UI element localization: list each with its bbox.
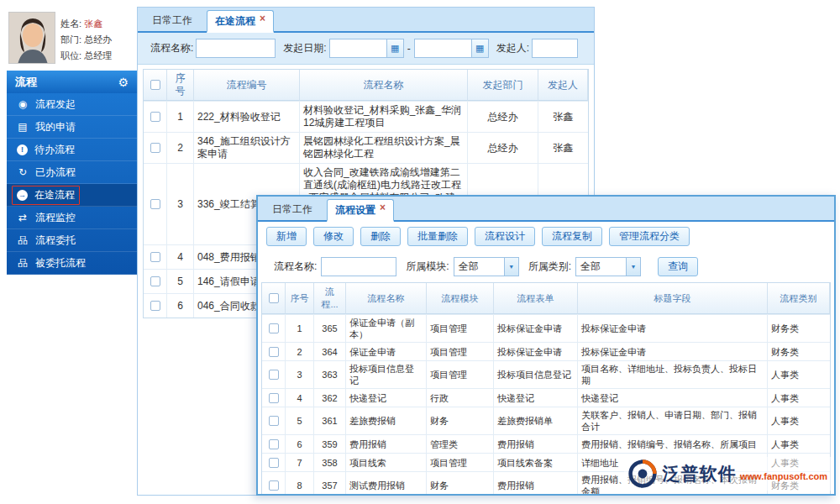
process-row[interactable]: 1 222_材料验收登记 材料验收登记_材料采购_张鑫_华润12城房建工程项目 …: [144, 101, 588, 132]
sidebar-menu-item[interactable]: ! 待办流程: [7, 139, 137, 161]
sidebar-menu-item[interactable]: ▤ 我的申请: [7, 116, 137, 139]
cell-title-fields: 关联客户、报销人、申请日期、部门、报销合计: [578, 407, 768, 434]
cell-seq: 1: [286, 315, 314, 342]
row-checkbox[interactable]: [269, 347, 279, 357]
col-process-category: 流程类别: [768, 283, 830, 314]
row-checkbox[interactable]: [150, 112, 160, 122]
process-name-input[interactable]: [196, 39, 276, 58]
module-select[interactable]: 全部 ▼: [454, 257, 519, 276]
toolbar-button[interactable]: 删除: [360, 227, 401, 246]
checkbox-cell: [262, 315, 286, 342]
table-header-row: 序号 流程... 流程名称 流程模块 流程表单 标题字段 流程类别: [262, 283, 830, 314]
row-checkbox[interactable]: [150, 301, 160, 311]
row-checkbox[interactable]: [269, 416, 279, 426]
row-checkbox[interactable]: [269, 439, 279, 449]
select-all-checkbox[interactable]: [150, 80, 160, 90]
menu-item-box: ▤ 我的申请: [12, 118, 81, 137]
col-process-code: 流程编号: [194, 70, 300, 101]
flow-config-row[interactable]: 6 359 费用报销 管理类 费用报销 费用报销、报销编号、报销名称、所属项目 …: [262, 434, 830, 453]
row-checkbox[interactable]: [150, 276, 160, 286]
tab[interactable]: 日常工作: [144, 10, 204, 31]
process-row[interactable]: 2 346_施工组织设计方案申请 晨铭园林绿化工程组织设计方案_晨铭园林绿化工程…: [144, 132, 588, 163]
chevron-down-icon[interactable]: ▼: [504, 258, 518, 276]
back-tab-bar: 日常工作 在途流程 ×: [138, 8, 594, 33]
cell-process-code: 357: [314, 472, 346, 496]
cell-title-fields: 投标保证金申请: [578, 343, 768, 360]
calendar-icon[interactable]: ▦: [386, 39, 404, 58]
cell-process-module: 财务: [427, 472, 494, 496]
checkbox-cell: [262, 343, 286, 360]
row-checkbox[interactable]: [150, 143, 160, 153]
chevron-down-icon[interactable]: ▼: [626, 258, 640, 276]
flow-config-row[interactable]: 3 363 投标项目信息登记 项目管理 投标项目信息登记 项目名称、详细地址、投…: [262, 360, 830, 388]
sidebar-menu-item[interactable]: ◉ 流程发起: [7, 93, 137, 116]
toolbar-button[interactable]: 管理流程分类: [609, 227, 690, 246]
category-select[interactable]: 全部 ▼: [575, 257, 641, 276]
cell-process-module: 项目管理: [427, 343, 494, 360]
date-to-input[interactable]: [414, 39, 471, 58]
calendar-icon[interactable]: ▦: [471, 39, 489, 58]
toolbar-button[interactable]: 流程设计: [475, 227, 535, 246]
col-dept: 发起部门: [468, 70, 538, 101]
row-checkbox[interactable]: [269, 458, 279, 468]
select-all-checkbox[interactable]: [269, 293, 279, 303]
date-range-separator: -: [407, 43, 411, 55]
row-checkbox[interactable]: [269, 480, 279, 491]
date-from-input[interactable]: [329, 39, 386, 58]
checkbox-cell: [262, 472, 286, 496]
cell-seq: 3: [167, 164, 194, 244]
tab[interactable]: 流程设置 ×: [327, 199, 394, 222]
cell-process-module: 管理类: [427, 435, 494, 453]
tab-label: 在途流程: [215, 14, 255, 29]
sidebar-menu-item[interactable]: ⇄ 流程监控: [7, 207, 137, 229]
row-checkbox[interactable]: [269, 370, 279, 380]
process-name-input[interactable]: [321, 257, 396, 276]
front-tab-bar: 日常工作 流程设置 ×: [258, 197, 834, 222]
toolbar-button[interactable]: 修改: [313, 227, 354, 246]
cell-process-code: 365: [314, 315, 346, 342]
cell-process-module: 项目管理: [427, 361, 494, 388]
watermark-text: 泛普软件 www.fanpusoft.com: [662, 465, 827, 483]
tab[interactable]: 日常工作: [265, 199, 324, 220]
flow-config-row[interactable]: 4 362 快递登记 行政 快递登记 快递登记 人事类: [262, 388, 830, 407]
cell-seq: 5: [286, 407, 314, 434]
start-date-label: 发起日期:: [283, 41, 326, 55]
sidebar-section-header: 流程 ⚙: [7, 71, 137, 93]
cell-process-form: 投标保证金申请: [494, 343, 578, 360]
profile-info: 姓名: 张鑫 部门: 总经办 职位: 总经理: [60, 12, 112, 64]
flow-config-row[interactable]: 5 361 差旅费报销 财务 差旅费报销单 关联客户、报销人、申请日期、部门、报…: [262, 407, 830, 434]
flow-config-row[interactable]: 2 364 保证金申请 项目管理 投标保证金申请 投标保证金申请 财务类: [262, 342, 830, 360]
tab-close-icon[interactable]: ×: [380, 203, 386, 212]
row-checkbox[interactable]: [150, 199, 160, 209]
row-checkbox[interactable]: [269, 323, 279, 333]
row-checkbox[interactable]: [269, 393, 279, 403]
cell-seq: 6: [286, 435, 314, 453]
toolbar-button[interactable]: 新增: [266, 227, 307, 246]
menu-item-label: 在途流程: [34, 188, 75, 202]
row-checkbox[interactable]: [150, 252, 160, 262]
col-title-fields: 标题字段: [578, 283, 768, 314]
date-to-group: ▦: [414, 39, 489, 58]
checkbox-cell: [144, 102, 167, 132]
sidebar-menu-item[interactable]: 品 被委托流程: [7, 252, 137, 275]
initiator-input[interactable]: [532, 39, 578, 58]
cell-title-fields: 快递登记: [578, 389, 768, 407]
toolbar-button[interactable]: 流程复制: [542, 227, 602, 246]
cell-process-code: 358: [314, 454, 346, 471]
menu-item-box: ↻ 已办流程: [12, 163, 81, 182]
toolbar: 新增修改删除批量删除流程设计流程复制管理流程分类: [258, 222, 834, 250]
sidebar-menu-item[interactable]: → 在途流程: [7, 184, 137, 207]
tab-close-icon[interactable]: ×: [260, 14, 265, 23]
cell-seq: 4: [167, 245, 194, 269]
sidebar-menu-item[interactable]: 品 流程委托: [7, 229, 137, 252]
cell-process-category: 人事类: [768, 435, 830, 453]
query-button[interactable]: 查询: [658, 257, 698, 276]
flow-config-row[interactable]: 1 365 保证金申请（副本） 项目管理 投标保证金申请 投标保证金申请 财务类: [262, 314, 830, 342]
checkbox-cell: [144, 133, 167, 163]
gear-icon[interactable]: ⚙: [118, 76, 129, 89]
tab[interactable]: 在途流程 ×: [207, 10, 274, 33]
sidebar-menu-item[interactable]: ↻ 已办流程: [7, 161, 137, 184]
toolbar-button[interactable]: 批量删除: [407, 227, 468, 246]
cell-process-form: 投标项目信息登记: [494, 361, 578, 388]
toolbar-button-label: 管理流程分类: [619, 230, 680, 242]
